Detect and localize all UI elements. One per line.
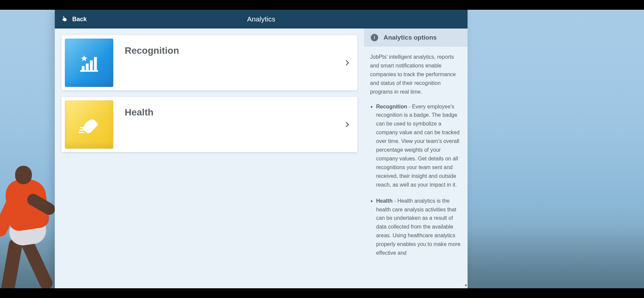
svg-rect-2 (86, 63, 89, 70)
svg-rect-0 (80, 70, 98, 72)
info-icon: i (371, 34, 378, 41)
card-icon-box (62, 35, 117, 90)
chevron-right-icon (337, 35, 357, 90)
sidebar-bullet-list: Recognition - Every employee's recogniti… (370, 102, 461, 257)
svg-rect-6 (79, 130, 85, 131)
back-button[interactable]: Back (55, 10, 93, 29)
svg-rect-1 (82, 66, 85, 70)
card-label-box: Health (117, 97, 337, 152)
sidebar-title: Analytics options (384, 34, 437, 41)
svg-rect-4 (94, 57, 97, 70)
sneaker-icon (65, 100, 113, 149)
chart-star-icon (65, 39, 113, 87)
back-button-label: Back (72, 16, 87, 23)
sidebar-intro: JobPts' intelligent analytics, reports a… (370, 53, 461, 96)
letterbox-top (0, 0, 644, 10)
page-title: Analytics (55, 15, 468, 23)
sidebar-bullet: Recognition - Every employee's recogniti… (376, 102, 461, 189)
stage-background: Back Analytics (0, 10, 644, 288)
letterbox-bottom (0, 288, 644, 298)
sidebar-column: i Analytics options JobPts' intelligent … (364, 29, 468, 288)
chevron-right-icon (337, 97, 357, 152)
card-label-box: Recognition (117, 35, 337, 90)
svg-marker-5 (81, 55, 87, 61)
card-health[interactable]: Health (62, 97, 357, 152)
analytics-panel: Back Analytics (55, 10, 468, 288)
svg-rect-8 (80, 127, 85, 128)
cards-column: Recognition (55, 29, 364, 288)
sidebar-content[interactable]: JobPts' intelligent analytics, reports a… (364, 47, 468, 288)
card-recognition[interactable]: Recognition (62, 35, 357, 90)
sidebar-header: i Analytics options (364, 29, 468, 47)
card-icon-box (62, 97, 117, 152)
scroll-down-indicator[interactable]: ▾ (465, 283, 467, 288)
card-label: Health (125, 107, 154, 118)
bullet-title: Recognition (376, 104, 407, 109)
bullet-title: Health (376, 198, 393, 204)
panel-header: Back Analytics (55, 10, 468, 29)
svg-rect-3 (90, 60, 93, 70)
svg-rect-7 (78, 132, 84, 133)
pointer-hand-icon (61, 15, 68, 24)
bullet-text: - Health analytics is the health care an… (376, 198, 460, 256)
bullet-text: - Every employee's recognition is a badg… (376, 104, 459, 188)
sidebar-bullet: Health - Health analytics is the health … (376, 197, 461, 257)
card-label: Recognition (125, 45, 179, 56)
panel-body: Recognition (55, 29, 468, 288)
